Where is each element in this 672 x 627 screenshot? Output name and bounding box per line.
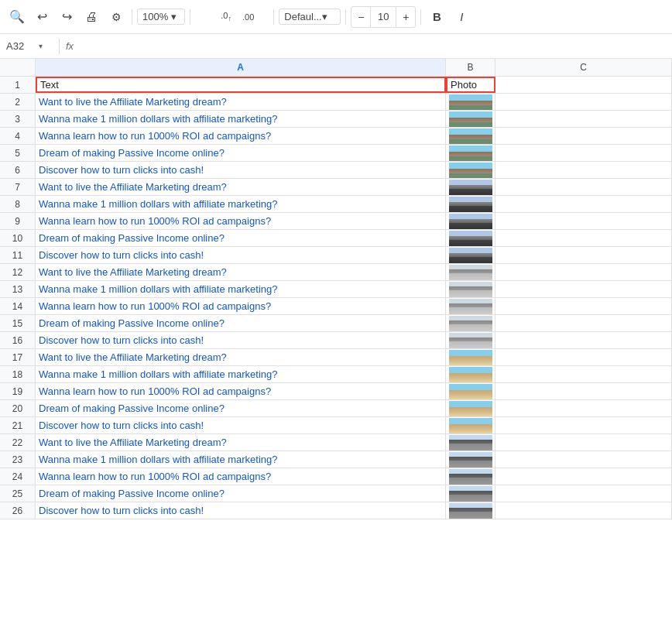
cell-a-12[interactable]: Want to live the Affiliate Marketing dre… xyxy=(36,264,446,280)
row-number[interactable]: 16 xyxy=(0,332,36,348)
row-number[interactable]: 1 xyxy=(0,77,36,93)
cell-c-22[interactable] xyxy=(495,434,672,451)
cell-c-20[interactable] xyxy=(495,400,672,416)
font-select[interactable]: Defaul... ▾ xyxy=(279,9,341,25)
cell-c-26[interactable] xyxy=(495,502,672,519)
cell-b-15[interactable] xyxy=(446,315,495,331)
row-number[interactable]: 11 xyxy=(0,247,36,263)
row-number[interactable]: 18 xyxy=(0,366,36,382)
undo-button[interactable]: ↩ xyxy=(31,6,53,28)
cell-a-2[interactable]: Want to live the Affiliate Marketing dre… xyxy=(36,94,446,110)
cell-a-9[interactable]: Wanna learn how to run 1000% ROI ad camp… xyxy=(36,213,446,229)
row-number[interactable]: 20 xyxy=(0,400,36,416)
cell-a-20[interactable]: Dream of making Passive Income online? xyxy=(36,400,446,416)
font-size-increase[interactable]: + xyxy=(396,7,415,27)
row-number[interactable]: 17 xyxy=(0,349,36,365)
cell-c-21[interactable] xyxy=(495,417,672,433)
zoom-control[interactable]: 100% ▾ xyxy=(137,9,185,25)
cell-b-10[interactable] xyxy=(446,230,495,246)
currency-button[interactable] xyxy=(195,15,203,19)
cell-a-25[interactable]: Dream of making Passive Income online? xyxy=(36,485,446,502)
cell-b-8[interactable] xyxy=(446,196,495,212)
row-number[interactable]: 15 xyxy=(0,315,36,331)
row-number[interactable]: 19 xyxy=(0,383,36,399)
redo-button[interactable]: ↪ xyxy=(56,6,77,28)
cell-c-8[interactable] xyxy=(495,196,672,212)
cell-a-14[interactable]: Wanna learn how to run 1000% ROI ad camp… xyxy=(36,298,446,314)
cell-b-24[interactable] xyxy=(446,468,495,485)
cell-a-13[interactable]: Wanna make 1 million dollars with affili… xyxy=(36,281,446,297)
row-number[interactable]: 10 xyxy=(0,230,36,246)
cell-c-24[interactable] xyxy=(495,468,672,485)
row-number[interactable]: 23 xyxy=(0,451,36,468)
cell-c-6[interactable] xyxy=(495,162,672,178)
cell-c-11[interactable] xyxy=(495,247,672,263)
cell-b-1[interactable]: Photo xyxy=(446,77,495,93)
cell-c-10[interactable] xyxy=(495,230,672,246)
cell-a-6[interactable]: Discover how to turn clicks into cash! xyxy=(36,162,446,178)
cell-b-22[interactable] xyxy=(446,434,495,451)
cell-c-19[interactable] xyxy=(495,383,672,399)
cell-c-2[interactable] xyxy=(495,94,672,110)
cell-b-3[interactable] xyxy=(446,111,495,127)
row-number[interactable]: 7 xyxy=(0,179,36,195)
cell-b-2[interactable] xyxy=(446,94,495,110)
row-number[interactable]: 26 xyxy=(0,502,36,519)
cell-c-7[interactable] xyxy=(495,179,672,195)
formula-input[interactable] xyxy=(80,40,666,52)
row-number[interactable]: 24 xyxy=(0,468,36,485)
cell-a-19[interactable]: Wanna learn how to run 1000% ROI ad camp… xyxy=(36,383,446,399)
cell-b-5[interactable] xyxy=(446,145,495,161)
cell-b-23[interactable] xyxy=(446,451,495,468)
row-number[interactable]: 8 xyxy=(0,196,36,212)
decimal-dec-button[interactable]: .00 xyxy=(238,11,258,23)
percent-button[interactable] xyxy=(206,15,214,19)
row-number[interactable]: 2 xyxy=(0,94,36,110)
cell-c-9[interactable] xyxy=(495,213,672,229)
row-number[interactable]: 6 xyxy=(0,162,36,178)
cell-b-13[interactable] xyxy=(446,281,495,297)
row-number[interactable]: 12 xyxy=(0,264,36,280)
cell-b-17[interactable] xyxy=(446,349,495,365)
cell-b-18[interactable] xyxy=(446,366,495,382)
number-format-button[interactable] xyxy=(261,15,269,19)
bold-button[interactable]: B xyxy=(426,6,447,28)
cell-c-23[interactable] xyxy=(495,451,672,468)
cell-b-4[interactable] xyxy=(446,128,495,144)
print-button[interactable]: 🖨 xyxy=(81,6,102,28)
cell-b-19[interactable] xyxy=(446,383,495,399)
cell-a-10[interactable]: Dream of making Passive Income online? xyxy=(36,230,446,246)
cell-c-16[interactable] xyxy=(495,332,672,348)
cell-b-25[interactable] xyxy=(446,485,495,502)
row-number[interactable]: 5 xyxy=(0,145,36,161)
cell-c-5[interactable] xyxy=(495,145,672,161)
cell-b-6[interactable] xyxy=(446,162,495,178)
cell-a-4[interactable]: Wanna learn how to run 1000% ROI ad camp… xyxy=(36,128,446,144)
row-number[interactable]: 22 xyxy=(0,434,36,451)
row-number[interactable]: 14 xyxy=(0,298,36,314)
cell-a-3[interactable]: Wanna make 1 million dollars with affili… xyxy=(36,111,446,127)
cell-c-15[interactable] xyxy=(495,315,672,331)
cell-a-18[interactable]: Wanna make 1 million dollars with affili… xyxy=(36,366,446,382)
row-number[interactable]: 25 xyxy=(0,485,36,502)
cell-a-21[interactable]: Discover how to turn clicks into cash! xyxy=(36,417,446,433)
cell-a-8[interactable]: Wanna make 1 million dollars with affili… xyxy=(36,196,446,212)
cell-a-5[interactable]: Dream of making Passive Income online? xyxy=(36,145,446,161)
row-number[interactable]: 4 xyxy=(0,128,36,144)
decimal-inc-button[interactable]: .0↑ xyxy=(217,9,235,24)
row-number[interactable]: 13 xyxy=(0,281,36,297)
format-painter-button[interactable]: ⚙ xyxy=(105,6,127,28)
font-size-input[interactable] xyxy=(370,7,396,27)
cell-a-7[interactable]: Want to live the Affiliate Marketing dre… xyxy=(36,179,446,195)
cell-a-1[interactable]: Text xyxy=(36,77,446,93)
cell-c-1[interactable] xyxy=(495,77,672,93)
italic-button[interactable]: I xyxy=(451,6,472,28)
cell-b-9[interactable] xyxy=(446,213,495,229)
cell-b-20[interactable] xyxy=(446,400,495,416)
cell-c-14[interactable] xyxy=(495,298,672,314)
col-header-b[interactable]: B xyxy=(446,59,495,76)
cell-a-16[interactable]: Discover how to turn clicks into cash! xyxy=(36,332,446,348)
cell-b-14[interactable] xyxy=(446,298,495,314)
cell-ref-arrow[interactable]: ▾ xyxy=(39,42,43,50)
cell-a-26[interactable]: Discover how to turn clicks into cash! xyxy=(36,502,446,519)
